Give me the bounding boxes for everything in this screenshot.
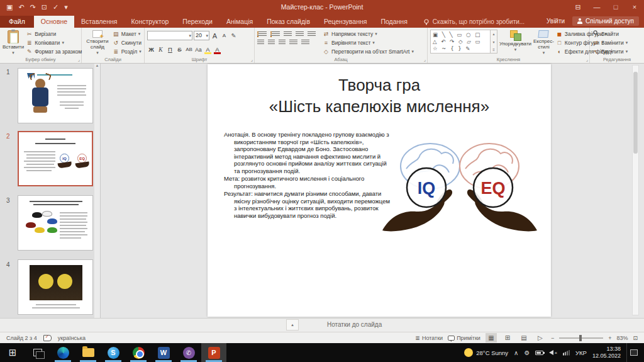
tell-me-box[interactable]: Скажіть, що потрібно зробити... <box>423 18 525 28</box>
paste-button[interactable]: Вставити ▾ <box>3 30 24 55</box>
layout-button[interactable]: ▤Макет▾ <box>113 30 142 38</box>
shapes-grid[interactable]: ▣ ╲ ╲ ▭ ○ □ △ ↶ ↷ ◇ ▱ ▭ ☆ ~ { } ✎ <box>430 30 491 54</box>
font-color-button[interactable]: А <box>213 45 221 54</box>
new-slide-button[interactable]: ✦ Створити слайд ▾ <box>84 30 111 55</box>
find-button[interactable]: Знайти <box>592 30 628 38</box>
zoom-in-button[interactable]: + <box>608 335 611 341</box>
task-view-button[interactable] <box>25 343 50 362</box>
clock[interactable]: 13:38 12.05.2022 <box>592 346 621 359</box>
strikethrough-button[interactable]: S <box>175 45 184 54</box>
shapes-row-2[interactable]: △ ↶ ↷ ◇ ▱ ▭ <box>433 38 488 45</box>
select-button[interactable]: ↖Виділити▾ <box>592 47 628 55</box>
align-center-icon[interactable] <box>268 40 275 45</box>
taskbar-edge[interactable] <box>50 343 75 362</box>
reset-button[interactable]: ↺Скинути <box>113 38 142 47</box>
zoom-slider-thumb[interactable] <box>579 335 582 341</box>
change-case-button[interactable]: Аа <box>194 45 203 54</box>
minimize-button[interactable]: — <box>587 0 606 14</box>
arrange-button[interactable]: Упорядкувати ▾ <box>499 30 531 55</box>
notes-toggle[interactable]: ≣Нотатки <box>415 335 443 341</box>
font-dialog-launcher[interactable]: ⌟ <box>251 57 253 62</box>
italic-button[interactable]: К <box>157 45 165 54</box>
tab-animations[interactable]: Анімація <box>219 16 260 28</box>
weather-widget[interactable]: 28°C Sunny <box>464 348 508 357</box>
zoom-level[interactable]: 83% <box>616 335 628 341</box>
fit-slide-button[interactable]: ⊡ <box>633 335 638 341</box>
tab-slideshow[interactable]: Показ слайдів <box>260 16 317 28</box>
start-button[interactable]: ⊞ <box>0 343 25 362</box>
font-size-combobox[interactable]: 20▾ <box>194 31 209 40</box>
paste-dropdown-icon[interactable]: ▾ <box>12 50 14 55</box>
shapes-gallery[interactable]: ▣ ╲ ╲ ▭ ○ □ △ ↶ ↷ ◇ ▱ ▭ ☆ ~ { } ✎ ▴ ▾ ≡ <box>430 30 497 55</box>
align-left-icon[interactable] <box>257 40 264 45</box>
text-direction-button[interactable]: ⇄Напрямок тексту▾ <box>323 30 414 38</box>
volume-icon[interactable]: × <box>549 350 557 356</box>
zoom-out-button[interactable]: − <box>551 335 554 341</box>
shapes-row-1[interactable]: ▣ ╲ ╲ ▭ ○ □ <box>433 31 488 38</box>
thumbnail-slide-4[interactable] <box>18 259 93 315</box>
network-icon[interactable] <box>563 350 570 356</box>
clear-formatting-button[interactable]: ✎ <box>230 31 238 40</box>
spellcheck-icon[interactable] <box>43 335 52 341</box>
language-indicator[interactable]: українська <box>58 335 86 341</box>
save-icon[interactable]: ▣ <box>6 3 13 11</box>
thumbnail-slide-2[interactable]: IQ EQ <box>18 131 93 186</box>
thumbnail-slide-1[interactable] <box>18 68 93 123</box>
taskbar-word[interactable]: W <box>151 343 176 362</box>
notes-placeholder[interactable]: Нотатки до слайда <box>327 321 382 328</box>
settings-tray-icon[interactable]: ⚙ <box>524 349 530 356</box>
bullets-icon[interactable] <box>257 31 267 37</box>
replace-button[interactable]: ⇄Замінити▾ <box>592 38 628 47</box>
slideshow-view-button[interactable]: ▷ <box>535 333 546 342</box>
grow-font-button[interactable]: А <box>211 31 219 40</box>
comments-toggle[interactable]: Примітки <box>448 335 480 341</box>
taskbar-file-explorer[interactable] <box>75 343 101 362</box>
underline-button[interactable]: П <box>166 45 174 54</box>
numbering-icon[interactable] <box>270 31 280 37</box>
tab-insert[interactable]: Вставлення <box>74 16 124 28</box>
notification-center-button[interactable] <box>626 343 640 362</box>
shapes-gallery-scrollbar[interactable]: ▴ ▾ ≡ <box>491 30 497 54</box>
start-presentation-icon[interactable]: ⊡ <box>42 3 47 11</box>
shapes-row-3[interactable]: ☆ ~ { } ✎ <box>433 45 488 52</box>
align-text-button[interactable]: ≡Вирівняти текст▾ <box>323 38 414 47</box>
taskbar-powerpoint[interactable]: P <box>201 343 226 362</box>
align-right-icon[interactable] <box>279 40 286 45</box>
tab-design[interactable]: Конструктор <box>124 16 175 28</box>
taskbar-chrome[interactable] <box>126 343 151 362</box>
undo-icon[interactable]: ↶ <box>18 3 24 11</box>
canvas-scrollbar[interactable] <box>632 65 639 315</box>
shrink-font-button[interactable]: А <box>220 31 228 40</box>
thumbnail-panel-scrollbar[interactable]: ▲ <box>94 64 100 318</box>
slide-canvas[interactable]: Творча гра «Шість капелюхів мислення» Ан… <box>208 64 551 317</box>
slide-body-placeholder[interactable]: Анотація. В основу тренінгу покладено гр… <box>224 131 391 220</box>
format-painter-button[interactable]: ✎Формат за зразком <box>26 47 82 55</box>
share-button[interactable]: Спільний доступ <box>572 16 639 26</box>
tab-transitions[interactable]: Переходи <box>175 16 219 28</box>
decrease-indent-icon[interactable] <box>284 31 292 37</box>
tab-view[interactable]: Подання <box>374 16 414 28</box>
notes-pane[interactable]: ▴ Нотатки до слайда <box>0 318 644 332</box>
justify-icon[interactable] <box>289 40 297 45</box>
bold-button[interactable]: Ж <box>147 45 155 54</box>
slide-sorter-view-button[interactable]: ⊞ <box>502 333 513 342</box>
clipboard-dialog-launcher[interactable]: ⌟ <box>78 57 80 62</box>
font-name-combobox[interactable]: ▾ <box>147 31 192 40</box>
increase-indent-icon[interactable] <box>296 31 304 37</box>
ribbon-display-options-button[interactable]: ⊟ <box>569 0 587 14</box>
cut-button[interactable]: ✂Вирізати <box>26 30 82 38</box>
paragraph-dialog-launcher[interactable]: ⌟ <box>424 57 426 62</box>
columns-icon[interactable] <box>301 40 309 45</box>
battery-icon[interactable] <box>535 351 543 355</box>
slide-counter[interactable]: Слайд 2 з 4 <box>6 335 37 341</box>
character-spacing-button[interactable]: АВ <box>185 45 193 54</box>
reading-view-button[interactable]: ▤ <box>518 333 530 342</box>
text-highlight-button[interactable]: А <box>204 45 212 54</box>
slide-title-placeholder[interactable]: Творча гра «Шість капелюхів мислення» <box>226 74 532 117</box>
notes-splitter-handle[interactable]: ▴ <box>286 319 299 331</box>
close-button[interactable]: × <box>625 0 644 14</box>
sign-in-link[interactable]: Увійти <box>547 18 565 25</box>
tab-file[interactable]: Файл <box>0 16 34 28</box>
zoom-slider[interactable] <box>559 337 603 339</box>
canvas-scrollbar-thumb[interactable] <box>633 72 638 154</box>
